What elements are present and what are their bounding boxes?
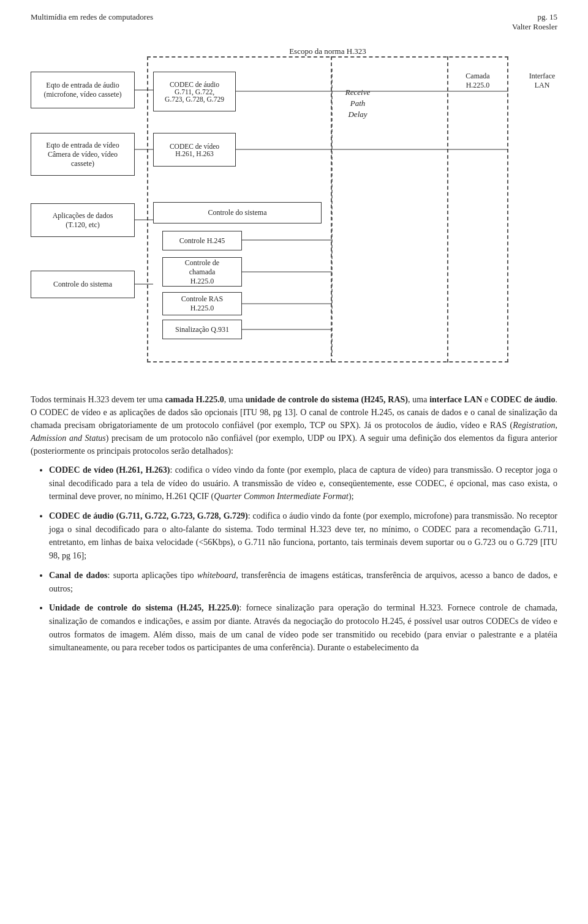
left-label-video: Eqto de entrada de vídeoCâmera de vídeo,… <box>31 133 135 176</box>
codec-audio-box: CODEC de áudioG.711, G.722,G.723, G.728,… <box>153 72 236 111</box>
author-name: Valter Roesler <box>512 22 557 32</box>
receive-path-delay: ReceivePathDelay <box>333 87 382 121</box>
bullet-item-3: Canal de dados: suporta aplicações tipo … <box>49 569 557 595</box>
controle-chamada-box: Controle dechamadaH.225.0 <box>162 257 242 287</box>
controle-h245-box: Controle H.245 <box>162 231 242 250</box>
left-label-dados: Aplicações de dados(T.120, etc) <box>31 203 135 237</box>
diagram-section: Escopo da norma H.323 Eqto de entrada de… <box>31 38 557 381</box>
controle-sistema-inner-box: Controle do sistema <box>153 202 322 223</box>
left-label-controle: Controle do sistema <box>31 271 135 298</box>
para1: Todos terminais H.323 devem ter uma cama… <box>31 393 557 457</box>
text-section: Todos terminais H.323 devem ter uma cama… <box>31 393 557 655</box>
bullet-item-4: Unidade de controle do sistema (H.245, H… <box>49 601 557 655</box>
vdiv3 <box>447 56 448 362</box>
vdiv2 <box>331 56 332 362</box>
camada-label: CamadaH.225.0 <box>450 72 505 90</box>
scope-label: Escopo da norma H.323 <box>286 47 369 56</box>
header-left: Multimídia em redes de computadores <box>31 12 153 32</box>
interface-lan-label: InterfaceLAN <box>514 72 570 90</box>
header-right: pg. 15 Valter Roesler <box>512 12 557 32</box>
page-number: pg. 15 <box>512 12 557 22</box>
bullet-list: CODEC de vídeo (H.261, H.263): codifica … <box>49 464 557 655</box>
codec-video-box: CODEC de vídeoH.261, H.263 <box>153 133 236 167</box>
sinalizacao-box: Sinalização Q.931 <box>162 320 242 339</box>
bullet-item-2: CODEC de áudio (G.711, G.722, G.723, G.7… <box>49 509 557 563</box>
page-header: Multimídia em redes de computadores pg. … <box>31 12 557 32</box>
diagram-outer: Escopo da norma H.323 Eqto de entrada de… <box>31 38 557 381</box>
left-label-audio: Eqto de entrada de áudio(microfone, víde… <box>31 72 135 108</box>
bullet-item-1: CODEC de vídeo (H.261, H.263): codifica … <box>49 464 557 503</box>
controle-ras-box: Controle RASH.225.0 <box>162 292 242 315</box>
